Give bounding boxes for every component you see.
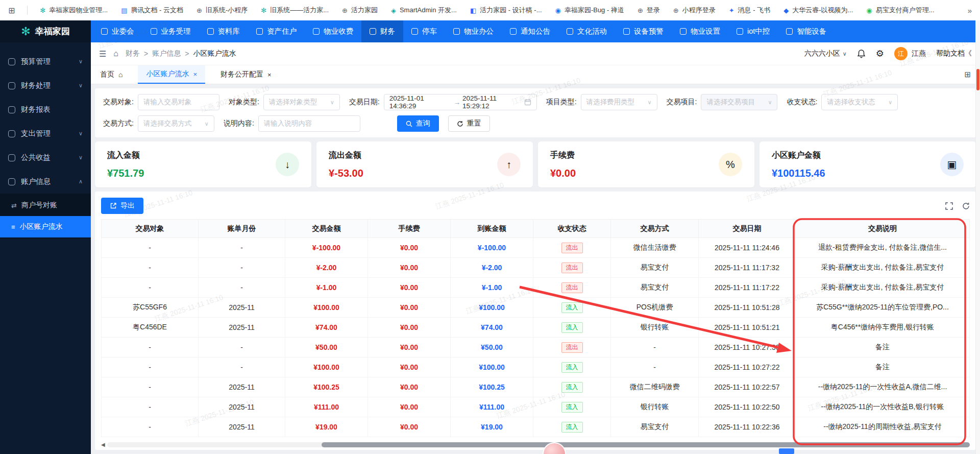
notification-bell-icon[interactable] — [857, 49, 866, 58]
nav-item-业务受理[interactable]: 业务受理 — [142, 20, 199, 42]
tab-小区账户流水[interactable]: 小区账户流水× — [138, 65, 205, 84]
search-button[interactable]: 查询 — [397, 115, 439, 132]
table-row[interactable]: -2025-11¥111.00¥0.00¥111.00流入银行转账2025-11… — [102, 397, 970, 417]
inout-status-select[interactable]: 请选择收支状态∨ — [821, 94, 898, 110]
bookmark-item[interactable]: ⊕活力家园 — [342, 6, 378, 15]
scroll-left-arrow-icon[interactable]: ◀ — [101, 442, 107, 447]
table-row[interactable]: -2025-11¥100.25¥0.00¥100.25流入微信二维码缴费2025… — [102, 377, 970, 397]
export-button[interactable]: 导出 — [101, 198, 143, 214]
apps-grid-icon[interactable]: ⊞ — [8, 6, 15, 15]
help-doc-link[interactable]: 帮助文档《 — [936, 49, 972, 58]
nav-item-通知公告[interactable]: 通知公告 — [502, 20, 558, 42]
cell-status: 流入 — [533, 397, 611, 417]
nav-item-停车[interactable]: 停车 — [403, 20, 445, 42]
bookmark-item[interactable]: ✦消息 - 飞书 — [729, 6, 770, 15]
horizontal-scrollbar[interactable]: ◀ — [101, 442, 970, 447]
payment-method-select[interactable]: 请选择交易方式∨ — [138, 115, 214, 132]
app-brand[interactable]: ✻ 幸福家园 — [0, 20, 91, 42]
nav-item-资产住户[interactable]: 资产住户 — [248, 20, 305, 42]
tab-close-icon[interactable]: × — [267, 71, 272, 79]
table-row[interactable]: -2025-11¥19.00¥0.00¥19.00流入易宝支付2025-11-1… — [102, 417, 970, 437]
bookmark-item[interactable]: ⊕旧系统-小程序 — [197, 6, 248, 15]
breadcrumb-item[interactable]: 账户信息 — [152, 49, 181, 58]
table-row[interactable]: --¥-1.00¥0.00¥-1.00流出易宝支付2025-11-11 11:1… — [102, 278, 970, 298]
collapse-sidebar-icon[interactable]: ☰ — [99, 49, 106, 59]
bookmark-item[interactable]: ✻旧系统——活力家... — [261, 6, 329, 15]
date-range-picker[interactable]: 2025-11-01 14:36:29 → 2025-11-11 15:29:1… — [384, 94, 537, 110]
bookmark-item[interactable]: ◉幸福家园-Bug - 禅道 — [555, 6, 624, 15]
table-row[interactable]: --¥100.00¥0.00¥100.00流入-2025-11-11 10:27… — [102, 357, 970, 377]
scrollbar-thumb[interactable] — [322, 442, 970, 447]
bookmark-item[interactable]: ◆大华云睿-以视频为... — [783, 6, 853, 15]
column-header-交易说明: 交易说明 — [796, 220, 970, 238]
table-row[interactable]: 粤C456DE2025-11¥74.00¥0.00¥74.00流入银行转账202… — [102, 318, 970, 338]
transaction-target-input[interactable]: 请输入交易对象 — [138, 94, 219, 110]
nav-item-物业设置[interactable]: 物业设置 — [672, 20, 728, 42]
cell-received: ¥111.00 — [451, 397, 533, 417]
cell-month: - — [199, 258, 285, 278]
nav-item-智能设备[interactable]: 智能设备 — [778, 20, 835, 42]
nav-item-设备预警[interactable]: 设备预警 — [615, 20, 672, 42]
fullscreen-icon[interactable] — [945, 202, 953, 210]
bookmark-item[interactable]: ◧活力家园 - 设计稿 -... — [470, 6, 542, 15]
refresh-icon[interactable] — [962, 202, 970, 210]
sidebar-item-小区账户流水[interactable]: ≡小区账户流水 — [0, 216, 91, 237]
bookmark-item[interactable]: ⊕登录 — [638, 6, 660, 15]
reset-button[interactable]: 重置 — [448, 115, 490, 132]
nav-item-label: 财务 — [380, 27, 395, 36]
nav-item-业委会[interactable]: 业委会 — [93, 20, 142, 42]
nav-item-物业办公[interactable]: 物业办公 — [445, 20, 502, 42]
status-badge: 流入 — [561, 302, 583, 313]
project-type-select[interactable]: 请选择费用类型∨ — [581, 94, 657, 110]
tab-layout-grid-icon[interactable]: ⊞ — [964, 70, 971, 79]
table-row[interactable]: --¥50.00¥0.00¥50.00流出-2025-11-11 10:27:3… — [102, 338, 970, 357]
breadcrumb-item[interactable]: 财务 — [126, 49, 140, 58]
table-row[interactable]: --¥-100.00¥0.00¥-100.00流出微信生活缴费2025-11-1… — [102, 238, 970, 258]
nav-item-文化活动[interactable]: 文化活动 — [558, 20, 615, 42]
nav-item-物业收费[interactable]: 物业收费 — [305, 20, 361, 42]
sidebar-item-商户号对账[interactable]: ⇄商户号对账 — [0, 195, 91, 216]
floating-button-partial[interactable] — [779, 448, 794, 454]
bookmarks-overflow-icon[interactable]: » — [968, 6, 972, 15]
bookmark-item[interactable]: ◈SmartAdmin 开发... — [391, 6, 457, 15]
placeholder-text: 请选择交易项目 — [706, 98, 755, 107]
vertical-scrollbar-thumb[interactable] — [976, 69, 979, 90]
cell-date: 2025-11-11 11:17:32 — [699, 258, 796, 278]
percent-icon: % — [719, 153, 742, 176]
object-type-select[interactable]: 请选择对象类型∨ — [263, 94, 340, 110]
cell-status: 流入 — [533, 357, 611, 377]
tab-close-icon[interactable]: × — [193, 70, 197, 78]
tab-label: 财务公开配置 — [220, 70, 263, 79]
breadcrumb-item[interactable]: 小区账户流水 — [193, 49, 236, 58]
bookmark-item[interactable]: ✻幸福家园物业管理... — [40, 6, 108, 15]
community-selector[interactable]: 六六六小区 ∨ — [804, 49, 847, 58]
nav-item-资料库[interactable]: 资料库 — [199, 20, 249, 42]
cell-received: ¥100.00 — [451, 298, 533, 318]
settings-gear-icon[interactable]: ⚙ — [876, 48, 884, 59]
sidebar-item-财务处理[interactable]: 财务处理∨ — [0, 74, 91, 98]
tab-首页[interactable]: 首页⌂ — [100, 65, 122, 84]
user-menu[interactable]: 江 江燕 — [894, 47, 926, 60]
description-input[interactable]: 请输入说明内容 — [258, 115, 360, 132]
home-icon[interactable]: ⌂ — [113, 49, 118, 58]
sidebar-item-账户信息[interactable]: 账户信息∧ — [0, 170, 91, 194]
bookmark-item[interactable]: ▤腾讯文档 - 云文档 — [121, 6, 183, 15]
nav-item-财务[interactable]: 财务 — [361, 20, 403, 42]
table-row[interactable]: 苏C55GF62025-11¥100.00¥0.00¥100.00流入POS机缴… — [102, 298, 970, 318]
breadcrumb: 财务>账户信息>小区账户流水 — [126, 49, 236, 58]
table-row[interactable]: --¥-2.00¥0.00¥-2.00流出易宝支付2025-11-11 11:1… — [102, 258, 970, 278]
bookmark-label: 幸福家园物业管理... — [49, 6, 108, 15]
bookmark-label: 易宝支付商户管理... — [876, 6, 935, 15]
vertical-scrollbar[interactable] — [975, 20, 980, 454]
sidebar-item-预算管理[interactable]: 预算管理∨ — [0, 50, 91, 74]
nav-item-icon — [151, 28, 157, 35]
cell-month: 2025-11 — [199, 298, 285, 318]
bookmark-item[interactable]: ◉易宝支付商户管理... — [866, 6, 934, 15]
sidebar-item-公共收益[interactable]: 公共收益∨ — [0, 146, 91, 170]
nav-item-iot中控[interactable]: iot中控 — [728, 20, 778, 42]
chevron-down-icon: ∨ — [768, 99, 772, 106]
bookmark-item[interactable]: ⊕小程序登录 — [673, 6, 716, 15]
sidebar-item-财务报表[interactable]: 财务报表 — [0, 98, 91, 122]
sidebar-item-支出管理[interactable]: 支出管理∨ — [0, 122, 91, 146]
tab-财务公开配置[interactable]: 财务公开配置× — [220, 65, 272, 84]
